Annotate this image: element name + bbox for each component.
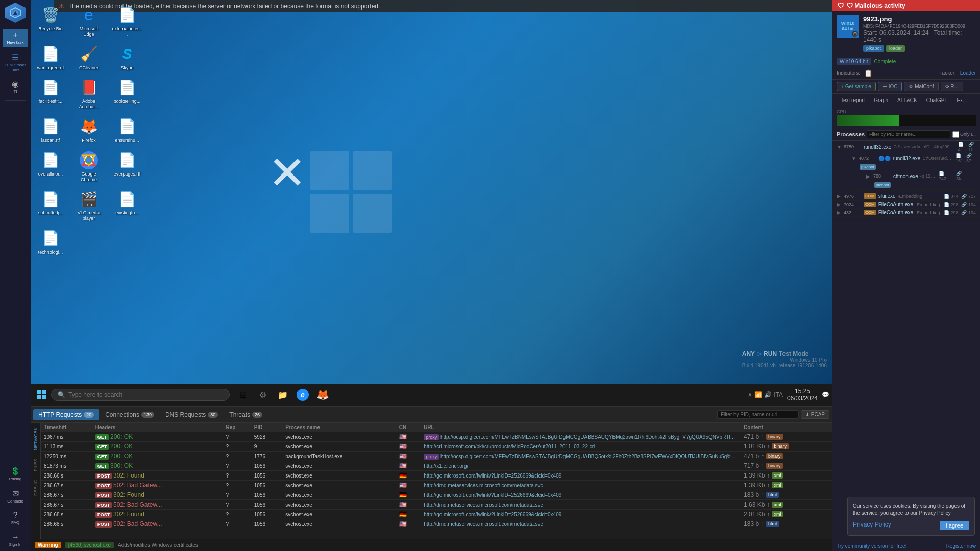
table-row[interactable]: 286.68 s POST 502: Bad Gatew... ? 1056 s… (41, 519, 832, 529)
desktop-icon-existingfo[interactable]: 📄 existingfo... (110, 187, 144, 223)
cell-url-2[interactable]: proxy http://ocsp.digicert.com/MFEwTzBNM… (421, 452, 741, 461)
proc-row-432[interactable]: ▶ 432 COM FileCoAuth.exe -Embedding 📄 29… (832, 209, 980, 217)
desktop-icon-wantagree[interactable]: 📄 wantagree.rtf (33, 42, 68, 73)
sidebar-item-ti[interactable]: ◉ TI (3, 77, 28, 96)
side-tab-network[interactable]: NETWORK (32, 423, 40, 455)
desktop-icon-edge[interactable]: e Microsoft Edge (71, 3, 106, 39)
start-button[interactable] (33, 387, 50, 403)
r-button[interactable]: ⟳ R... (941, 82, 963, 91)
proc-row-4872[interactable]: ▼ 4872 🔵🔵 rundll32.exe C:\Users\admin\De… (851, 152, 976, 191)
desktop-icon-facilitiesfit[interactable]: 📄 facilitiesfit... (33, 75, 68, 112)
logo[interactable] (5, 3, 26, 23)
tab-dns-requests[interactable]: DNS Requests 30 (160, 409, 223, 420)
tab-attck[interactable]: ATT&CK (893, 96, 921, 105)
taskbar-view-button[interactable]: ⊞ (234, 386, 252, 404)
proc-row-4976[interactable]: ▶ 4976 COM slui.exe -Embedding 📄 874 🔗 7… (832, 192, 980, 201)
sidebar-item-pricing[interactable]: 💲 Pricing (3, 464, 28, 484)
proc-row-6780[interactable]: ▼ 6780 rundll32.exe C:\Users\admin\Deskt… (832, 141, 980, 192)
sidebar-item-public-tasks[interactable]: ☰ Public tasks new (3, 51, 28, 74)
table-row[interactable]: 286.66 s POST 302: Found ? 1056 svchost.… (41, 471, 832, 481)
tab-ex[interactable]: Ex... (952, 96, 971, 105)
cell-url-4[interactable]: http://go.microsoft.com/fwlink/?LinkID=2… (421, 471, 741, 481)
file-start: Start: 06.03.2024, 14:24 Total time: 144… (863, 29, 976, 43)
proc-row-7024[interactable]: ▶ 7024 COM FileCoAuth.exe -Embedding 📄 2… (832, 201, 980, 209)
pcap-button[interactable]: ⬇ PCAP (801, 410, 829, 419)
word-doc-icon: 📄 (117, 5, 137, 25)
cell-url-5[interactable]: http://dmd.metaservices.microsoft.com/me… (421, 481, 741, 490)
desktop-icon-skype[interactable]: S Skype (110, 42, 144, 73)
desktop-icon-lascan[interactable]: 📄 lascan.rtf (33, 114, 68, 145)
desktop-icon-chrome[interactable]: Google Chrome (71, 148, 106, 185)
cell-url-6[interactable]: http://go.microsoft.com/fwlink/?LinkID=2… (421, 490, 741, 500)
desktop-icon-externalnotes[interactable]: 📄 externalnotes... (110, 3, 144, 39)
sidebar-item-sign-in[interactable]: → Sign In (3, 531, 28, 549)
content-type-1: binary (772, 443, 789, 449)
community-link[interactable]: Try community version for free! (837, 543, 906, 549)
network-icon[interactable]: 📶 (754, 391, 762, 398)
desktop-icon-ensureinu[interactable]: 📄 ensureinu... (110, 114, 144, 145)
tab-chatgpt[interactable]: ChatGPT (922, 96, 952, 105)
desktop-icon-recycle-bin[interactable]: 🗑️ Recycle Bin (33, 3, 68, 39)
cell-url-7[interactable]: http://dmd.metaservices.microsoft.com/me… (421, 500, 741, 510)
cell-url-1[interactable]: http://crl.microsoft.com/pki/crl/product… (421, 442, 741, 452)
table-row[interactable]: 1067 ms GET 200: OK ? 5928 svchost.exe 🇺… (41, 432, 832, 442)
process-filter-input[interactable] (867, 130, 950, 138)
tab-text-report[interactable]: Text report (837, 96, 869, 105)
malconf-button[interactable]: ⚙ MalConf (904, 82, 938, 91)
desktop-icon-ccleaner[interactable]: 🧹 CCleaner (71, 42, 106, 73)
desktop-icon-overallinor[interactable]: 📄 overallinor... (33, 148, 68, 185)
only-checkbox[interactable] (952, 131, 959, 138)
desktop-icon-technologi[interactable]: 📄 technologi... (33, 226, 68, 257)
table-row[interactable]: 286.67 s POST 502: Bad Gatew... ? 1056 s… (41, 500, 832, 510)
new-task-button[interactable]: + New task (3, 29, 28, 47)
table-row[interactable]: 1113 ms GET 200: OK ? 9 svchost.exe 🇺🇸 h… (41, 442, 832, 452)
desktop-icon-submittedj[interactable]: 📄 submittedj... (33, 187, 68, 223)
search-icon: 🔍 (58, 391, 65, 398)
tab-connections[interactable]: Connections 139 (100, 409, 159, 420)
tab-http-requests[interactable]: HTTP Requests 20 (33, 409, 99, 420)
cell-url-3[interactable]: http://x1.c.lencr.org/ (421, 461, 741, 471)
cell-cn-5: 🇺🇸 (396, 481, 421, 490)
cell-pid-4: 1056 (251, 471, 282, 481)
cookie-agree-button[interactable]: I agree (940, 521, 969, 530)
network-search-input[interactable] (717, 410, 799, 419)
get-sample-button[interactable]: ↓ Get sample (837, 82, 876, 91)
tab-threats[interactable]: Threats 26 (224, 409, 267, 420)
desktop-icon-adobe[interactable]: 📕 Adobe Acrobat... (71, 75, 106, 112)
desktop-icons: 🗑️ Recycle Bin e Microsoft Edge 📄 extern… (33, 3, 145, 257)
table-row[interactable]: 286.67 s POST 302: Found ? 1056 svchost.… (41, 490, 832, 500)
desktop-icon-firefox[interactable]: 🦊 Firefox (71, 114, 106, 145)
privacy-policy-link[interactable]: Privacy Policy (853, 521, 891, 530)
taskbar-search[interactable]: 🔍 (51, 389, 230, 401)
sidebar-item-contacts[interactable]: ✉ Contacts (3, 487, 28, 506)
side-tabs: NETWORK FILES DEBUG (31, 423, 41, 539)
taskbar-settings-button[interactable]: ⚙ (254, 386, 272, 404)
cell-url-0[interactable]: proxy http://ocsp.digicert.com/MFEwTzBNM… (421, 432, 741, 442)
cell-url-9[interactable]: http://dmd.metaservices.microsoft.com/me… (421, 519, 741, 529)
desktop-icon-bookselling[interactable]: 📄 bookselling... (110, 75, 144, 112)
desktop-icon-vlc[interactable]: 🎬 VLC media player (71, 187, 106, 223)
sidebar-item-faq[interactable]: ? FAQ (3, 509, 28, 528)
taskbar-edge-button[interactable]: e (293, 386, 312, 404)
tab-graph[interactable]: Graph (870, 96, 892, 105)
search-input[interactable] (68, 391, 211, 398)
table-row[interactable]: 81873 ms GET 300: OK ? 1056 svchost.exe … (41, 461, 832, 471)
cell-rep-8: ? (223, 510, 251, 519)
indicators-file-icon[interactable]: 📋 (864, 69, 872, 77)
register-link[interactable]: Register now (946, 543, 976, 549)
side-tab-files[interactable]: FILES (32, 455, 40, 475)
cell-url-8[interactable]: http://go.microsoft.com/fwlink/?LinkID=2… (421, 510, 741, 519)
proc-row-788[interactable]: ▶ 788 ctfmon.exe -p 1234' 📄 742 🔗 3k (866, 170, 972, 189)
side-tab-debug[interactable]: DEBUG (32, 475, 40, 500)
chevron-icon[interactable]: ∧ (748, 391, 752, 398)
notification-icon[interactable]: 💬 (822, 391, 829, 398)
taskbar-explorer-button[interactable]: 📁 (274, 386, 292, 404)
taskbar-firefox-button[interactable]: 🦊 (313, 386, 332, 404)
volume-icon[interactable]: 🔊 (764, 391, 772, 398)
tracker-value[interactable]: Loader (960, 70, 976, 76)
table-row[interactable]: 286.67 s POST 502: Bad Gatew... ? 1056 s… (41, 481, 832, 490)
table-row[interactable]: 12250 ms GET 200: OK ? 1776 backgroundTa… (41, 452, 832, 461)
desktop-icon-everpages[interactable]: 📄 everpages.rtf (110, 148, 144, 185)
table-row[interactable]: 286.68 s POST 302: Found ? 1056 svchost.… (41, 510, 832, 519)
ioc-button[interactable]: ☰ IOC (878, 82, 902, 91)
